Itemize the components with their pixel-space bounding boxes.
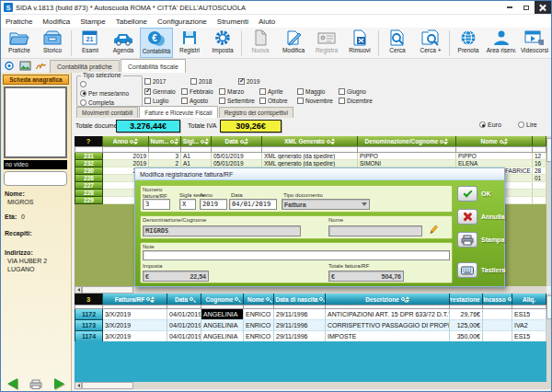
month-ottobre-checkbox[interactable]: Ottobre [259,96,297,105]
cell[interactable]: 05/01/2019 [212,160,262,167]
cell[interactable]: A1 [181,160,212,167]
scrollbar-thumb[interactable] [82,382,133,389]
imposta-input[interactable]: €22,54 [143,271,209,282]
cell[interactable] [483,320,512,331]
cell[interactable]: 04/01/2019 [167,320,201,331]
cell[interactable]: 2019 [103,153,149,160]
col-prestazione[interactable]: Prestazione [450,294,483,305]
cell[interactable]: ELENA [456,160,533,167]
col-data[interactable]: Data [212,136,262,146]
toolbar-cerca-plus[interactable]: Cerca + [414,28,447,58]
next-record-arrow-icon[interactable] [54,378,64,389]
menu-modifica[interactable]: Modifica [42,17,70,26]
year-2019-checkbox[interactable]: 2019 [238,76,293,86]
col-incasso[interactable]: Incasso [483,294,512,305]
cell[interactable]: ANGELINIA [201,320,244,331]
col-numero[interactable]: Num... [149,136,181,146]
filter-cell[interactable] [149,146,181,153]
scrollbar-thumb[interactable] [546,138,552,162]
totale-fattura-input[interactable]: €504,76 [328,271,404,282]
nome-input[interactable] [328,225,422,236]
currency-lire-radio[interactable]: Lire [518,121,537,128]
col-descrizione[interactable]: Descrizione [326,294,450,305]
row-number[interactable]: 226 [75,175,103,182]
cell[interactable]: 28 [533,167,546,175]
cell[interactable]: ENRICO [244,320,274,331]
denominazione-input[interactable]: MIGROS [143,225,301,236]
filter-cell[interactable] [212,146,262,153]
month-luglio-checkbox[interactable]: Luglio [144,96,181,105]
month-maggio-checkbox[interactable]: Maggio [297,86,339,96]
search-icon[interactable] [240,140,244,144]
cell[interactable]: 04/01/2019 [167,309,201,320]
currency-euro-radio[interactable]: Euro [479,121,501,128]
col-data[interactable]: Data [167,294,201,305]
search-icon[interactable] [327,140,330,144]
year-2018-checkbox[interactable]: 2018 [190,76,238,86]
toolbar-videocorsi[interactable]: Videocorsi [518,28,551,58]
scroll-left-arrow-icon[interactable] [75,286,82,294]
numero-input[interactable]: 3 [143,199,170,210]
toolbar-cerca[interactable]: Cerca [381,28,414,58]
fatture-grid-vscrollbar[interactable] [546,136,552,286]
year-2017-checkbox[interactable]: 2017 [144,76,190,86]
radio-per-giorni[interactable] [77,79,142,88]
month-novembre-checkbox[interactable]: Novembre [297,96,339,105]
search-icon[interactable] [170,140,174,144]
filter-cell[interactable] [358,146,456,153]
toolbar-area-riservata[interactable]: Area riserv. [485,28,518,58]
col-aliquota[interactable]: Aliq. [512,294,546,305]
tab-contabilita-pratiche[interactable]: Contabilità pratiche [50,60,120,73]
toolbar-esami[interactable]: 21 Esami [74,28,107,58]
search-icon[interactable] [508,297,512,301]
cell[interactable]: 2019 [103,160,149,167]
month-dicembre-checkbox[interactable]: Dicembre [339,96,379,105]
radio-per-mese-anno[interactable]: Per mese/anno [77,88,142,98]
toolbar-prenota[interactable]: Prenota [452,28,485,58]
filter-cell[interactable] [181,146,212,153]
col-sigla[interactable]: Sigl... [181,136,212,146]
menu-configurazione[interactable]: Configurazione [157,17,207,26]
signature-icon[interactable] [35,61,47,71]
search-icon[interactable] [146,297,150,301]
annulla-button[interactable] [457,209,477,225]
toolbar-agenda[interactable]: Agenda [107,28,140,58]
row-number[interactable]: 228 [75,190,103,197]
close-button[interactable] [535,1,551,14]
cell[interactable] [483,309,512,320]
search-icon[interactable] [500,140,503,144]
cell[interactable]: 12 [533,153,546,160]
cell[interactable]: 3/X/2019 [103,320,167,331]
filter-cell[interactable] [75,146,103,153]
cell[interactable]: 16 [533,160,546,167]
toolbar-contabilita[interactable]: € Contabilità [140,28,173,58]
cell[interactable]: PIPPO [358,153,456,160]
scroll-left-arrow-icon[interactable] [75,382,82,389]
col-data-nascita[interactable]: Data di nascita [274,294,326,305]
search-icon[interactable] [190,297,193,301]
month-febbraio-checkbox[interactable]: Febbraio [181,86,219,96]
search-icon[interactable] [130,140,133,144]
toolbar-storico[interactable]: Storico [36,28,69,58]
scrollbar-thumb[interactable] [546,295,552,319]
toolbar-modifica[interactable]: Modifica [277,28,310,58]
ok-button[interactable] [457,186,477,202]
grid-corner-cell[interactable]: ? [75,136,103,146]
month-agosto-checkbox[interactable]: Agosto [181,96,219,105]
col-denominazione[interactable]: Denominazione/Cognome [358,136,456,146]
tastiera-button[interactable] [457,262,477,278]
menu-tabellone[interactable]: Tabellone [116,17,147,26]
dettaglio-grid-hscrollbar[interactable] [75,382,546,389]
col-xml[interactable]: XML Generato [262,136,358,146]
tipo-documento-select[interactable]: Fattura [282,199,370,210]
row-number[interactable]: 229 [75,197,103,204]
cell[interactable]: ANTICIPAZIONI ART. 15 DPR 633/72 D.T.T. [326,309,450,320]
search-icon[interactable] [401,297,405,301]
cell[interactable]: A1 [181,153,212,160]
search-icon[interactable] [266,297,270,301]
cell[interactable]: SIMONI [358,160,456,167]
cell[interactable]: CORRISPETTIVO PASSAGGIO DI PROPRIETA' [326,320,450,331]
toolbar-rimuovi[interactable]: Rimuovi [343,28,376,58]
cell[interactable]: XML generato (da spedire) [262,153,358,160]
stampa-button[interactable] [457,232,477,248]
